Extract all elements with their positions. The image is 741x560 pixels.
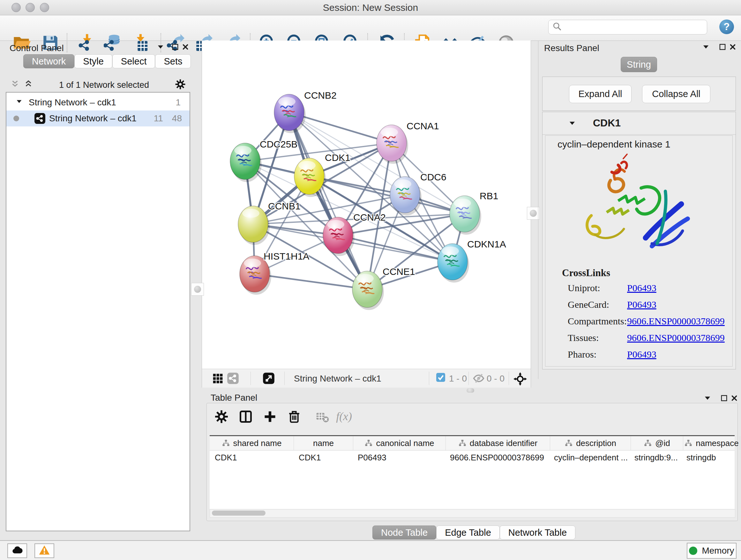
expand-all-button[interactable]: Expand All [569,85,631,103]
share-view-icon[interactable] [227,372,239,384]
tab-network[interactable]: Network [23,54,74,68]
warnings-button[interactable] [35,543,54,558]
results-panel: Results Panel String Expand All Collapse… [538,41,741,379]
grid-view-icon[interactable] [212,372,224,384]
column-header[interactable]: canonical name [353,436,446,450]
network-selection-row: 1 of 1 Network selected [6,78,189,92]
crosslink-value-link[interactable]: 9606.ENSP00000378699 [627,332,725,343]
panel-menu-caret-icon[interactable] [700,42,711,52]
node-label-CCNE1: CCNE1 [383,266,415,277]
close-panel-icon[interactable] [729,393,740,403]
collection-count: 1 [176,98,181,108]
network-row-selected[interactable]: String Network – cdk1 11 48 [6,111,190,126]
title-bar: Session: New Session [0,0,741,15]
table-cell[interactable]: stringdb:9... [629,450,681,464]
add-column-icon[interactable] [261,408,279,426]
tab-string[interactable]: String [621,57,657,72]
crosslink-label: Uniprot: [568,283,600,294]
checkbox-checked-icon[interactable] [435,372,446,382]
column-header[interactable]: @id [631,436,683,450]
horizontal-scrollbar[interactable] [210,509,735,517]
network-tree: String Network – cdk1 1 String Network –… [6,92,190,531]
collection-expand-caret-icon[interactable] [15,98,23,108]
hidden-counts: 0 - 0 [487,374,504,384]
right-splitter-handle[interactable] [527,207,540,220]
cloud-icon [11,544,23,557]
tab-edge-table[interactable]: Edge Table [436,525,500,540]
crosslink-value-link[interactable]: P06493 [627,349,657,360]
collapse-all-icon[interactable] [10,79,20,90]
table-cell[interactable]: CDK1 [210,450,293,464]
tree-node-icon [222,439,230,447]
close-panel-icon[interactable] [180,42,191,52]
tab-style[interactable]: Style [74,54,112,68]
section-caret-icon[interactable] [567,118,578,129]
delete-column-icon[interactable] [285,408,303,426]
column-header[interactable]: database identifier [446,436,550,450]
table-cell[interactable]: P06493 [353,450,445,464]
birdseye-icon[interactable] [263,372,275,384]
search-input[interactable] [548,20,707,35]
node-label-RB1: RB1 [480,191,498,201]
float-panel-icon[interactable] [717,42,728,52]
results-actions-box: Expand All Collapse All [542,77,736,111]
expand-all-icon[interactable] [23,79,33,90]
node-CCNA2[interactable] [323,217,354,256]
network-collection-row[interactable]: String Network – cdk1 1 [6,95,190,111]
node-RB1[interactable] [450,196,481,235]
column-header[interactable]: name [294,436,353,450]
panel-menu-caret-icon[interactable] [702,393,713,403]
gear-icon[interactable] [175,79,186,91]
crosslink-value-link[interactable]: 9606.ENSP00000378699 [627,316,725,327]
column-header[interactable]: shared name [210,436,294,450]
crosshair-icon[interactable] [514,372,527,386]
edge-CCNB2-CCNE1 [289,112,367,289]
panel-menu-caret-icon[interactable] [155,42,166,52]
close-panel-icon[interactable] [727,42,738,52]
cloud-button[interactable] [7,543,27,558]
column-header[interactable]: namespace [683,436,740,450]
node-CDKN1A[interactable] [437,244,469,283]
float-panel-icon[interactable] [170,42,181,52]
node-CCNA1[interactable] [377,125,408,164]
tab-network-table[interactable]: Network Table [500,525,576,540]
table-settings-gear-icon[interactable] [212,408,230,426]
float-panel-icon[interactable] [719,393,730,403]
node-label-HIST1H1A: HIST1H1A [264,251,309,261]
split-columns-icon[interactable] [237,408,255,426]
table-cell[interactable]: CDK1 [293,450,353,464]
memory-button[interactable]: Memory [687,543,737,559]
node-table-box: f(x) shared namenamecanonical namedataba… [206,403,738,521]
tab-select[interactable]: Select [112,54,155,68]
node-HIST1H1A[interactable] [240,256,271,295]
network-view-title: String Network – cdk1 [294,374,381,384]
network-type-icon [35,113,45,124]
node-CDK1[interactable] [294,158,326,197]
node-CCNB2[interactable] [274,94,306,133]
node-section-header[interactable]: CDK1 [542,112,736,135]
left-splitter-handle[interactable] [191,283,204,296]
node-details: cyclin–dependent kinase 1 [545,135,733,367]
table-cell[interactable]: cyclin–dependent ... [549,450,629,464]
crosslink-value-link[interactable]: P06493 [627,283,657,294]
edge-count: 48 [172,113,182,124]
collapse-all-button[interactable]: Collapse All [642,85,711,103]
table-cell[interactable]: stringdb [681,450,738,464]
search-field[interactable] [564,22,707,33]
node-label-CDC25B: CDC25B [260,139,297,149]
node-label-CCNA2: CCNA2 [353,212,386,223]
crosslink-value-link[interactable]: P06493 [627,299,657,310]
scrollbar-thumb[interactable] [212,510,266,516]
table-row[interactable]: CDK1CDK1P064939606.ENSP00000378699cyclin… [210,450,735,464]
table-cell[interactable]: 9606.ENSP00000378699 [445,450,549,464]
network-canvas[interactable]: CCNB2CCNA1CDC25BCDK1CDC6RB1CCNB1CCNA2CDK… [202,41,531,369]
table-tabs: Node TableEdge TableNetwork Table [373,525,576,540]
tab-sets[interactable]: Sets [155,54,191,68]
tab-node-table[interactable]: Node Table [373,525,436,540]
network-label: String Network – cdk1 [49,113,137,124]
column-header[interactable]: description [550,436,631,450]
help-button[interactable]: ? [719,19,734,34]
tree-node-icon [458,439,467,447]
node-CCNB1[interactable] [238,206,270,245]
node-CCNE1[interactable] [352,271,384,310]
